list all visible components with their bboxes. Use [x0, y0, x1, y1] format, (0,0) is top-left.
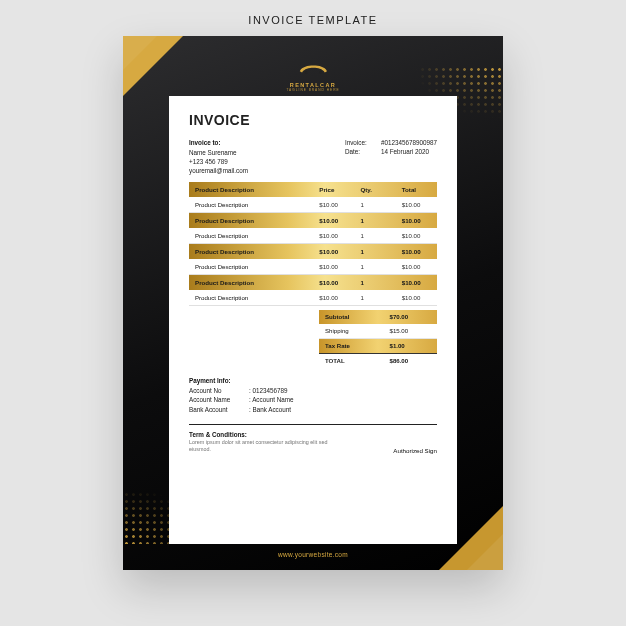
terms: Term & Conditions: Lorem ipsum dolor sit…: [189, 431, 339, 454]
cell-qty: 1: [355, 197, 396, 213]
cell-price: $10.00: [313, 197, 354, 213]
payment-bank-label: Bank Account: [189, 405, 245, 414]
cell-total: $10.00: [396, 228, 437, 244]
meta-invoice-number: #012345678900987: [381, 138, 437, 147]
brand-logo: RENTALCAR TAGLINE BRAND HERE: [286, 62, 339, 92]
invoice-to-label: Invoice to:: [189, 138, 248, 147]
cell-desc: Product Description: [189, 259, 313, 275]
invoice-meta: Invoice:#012345678900987 Date:14 Februar…: [345, 138, 437, 176]
table-row: Product Description$10.001$10.00: [189, 259, 437, 275]
svg-point-0: [304, 71, 307, 74]
brand-tagline: TAGLINE BRAND HERE: [286, 88, 339, 92]
meta-invoice-label: Invoice:: [345, 138, 375, 147]
cell-price: $10.00: [313, 290, 354, 306]
cell-desc: Product Description: [189, 228, 313, 244]
meta-block: Invoice to: Name Surename +123 456 789 y…: [189, 138, 437, 176]
summary-block: Subtotal$70.00 Shipping$15.00 Tax Rate$1…: [189, 310, 437, 368]
payment-name-value: : Account Name: [249, 395, 293, 404]
payment-name-label: Account Name: [189, 395, 245, 404]
corner-tl: [123, 36, 183, 96]
cell-price: $10.00: [313, 259, 354, 275]
invoice-to-phone: +123 456 789: [189, 157, 248, 166]
table-row: Product Description$10.001$10.00: [189, 290, 437, 306]
cell-total: $10.00: [396, 290, 437, 306]
svg-point-1: [319, 71, 322, 74]
subtotal-value: $70.00: [384, 310, 438, 324]
payment-account-label: Account No: [189, 386, 245, 395]
cell-qty: 1: [355, 259, 396, 275]
bottom-row: Term & Conditions: Lorem ipsum dolor sit…: [189, 431, 437, 454]
cell-qty: 1: [355, 228, 396, 244]
car-icon: [296, 62, 330, 76]
cell-total: $10.00: [396, 274, 437, 290]
meta-date-value: 14 Februari 2020: [381, 147, 429, 156]
invoice-title: INVOICE: [189, 112, 437, 128]
meta-date-label: Date:: [345, 147, 375, 156]
table-row: Product Description$10.001$10.00: [189, 243, 437, 259]
terms-label: Term & Conditions:: [189, 431, 339, 438]
cell-qty: 1: [355, 290, 396, 306]
page-caption: INVOICE TEMPLATE: [248, 14, 377, 26]
cell-total: $10.00: [396, 259, 437, 275]
cell-desc: Product Description: [189, 274, 313, 290]
shipping-value: $15.00: [384, 324, 438, 339]
cell-price: $10.00: [313, 212, 354, 228]
payment-account-value: : 0123456789: [249, 386, 288, 395]
payment-label: Payment Info:: [189, 376, 437, 385]
payment-bank-value: : Bank Account: [249, 405, 291, 414]
col-total: Total: [396, 182, 437, 197]
items-table: Product Description Price Qty. Total Pro…: [189, 182, 437, 306]
cell-price: $10.00: [313, 228, 354, 244]
table-row: Product Description$10.001$10.00: [189, 212, 437, 228]
subtotal-label: Subtotal: [319, 310, 384, 324]
cell-desc: Product Description: [189, 290, 313, 306]
table-header: Product Description Price Qty. Total: [189, 182, 437, 197]
cell-price: $10.00: [313, 243, 354, 259]
cell-desc: Product Description: [189, 243, 313, 259]
cell-desc: Product Description: [189, 197, 313, 213]
table-row: Product Description$10.001$10.00: [189, 228, 437, 244]
total-value: $86.00: [384, 353, 438, 368]
divider: [189, 424, 437, 425]
payment-info: Payment Info: Account No: 0123456789 Acc…: [189, 376, 437, 415]
invoice-to-name: Name Surename: [189, 148, 248, 157]
tax-label: Tax Rate: [319, 338, 384, 353]
authorized-sign: Authorized Sign: [393, 447, 437, 454]
cell-qty: 1: [355, 274, 396, 290]
total-label: TOTAL: [319, 353, 384, 368]
invoice-to-email: youremail@mail.com: [189, 166, 248, 175]
col-desc: Product Description: [189, 182, 313, 197]
invoice-to: Invoice to: Name Surename +123 456 789 y…: [189, 138, 248, 176]
cell-desc: Product Description: [189, 212, 313, 228]
website: www.yourwebsite.com: [278, 551, 348, 558]
table-row: Product Description$10.001$10.00: [189, 274, 437, 290]
invoice-page: RENTALCAR TAGLINE BRAND HERE INVOICE Inv…: [123, 36, 503, 570]
col-price: Price: [313, 182, 354, 197]
cell-total: $10.00: [396, 197, 437, 213]
tax-value: $1.00: [384, 338, 438, 353]
invoice-sheet: INVOICE Invoice to: Name Surename +123 4…: [169, 96, 457, 544]
shipping-label: Shipping: [319, 324, 384, 339]
cell-price: $10.00: [313, 274, 354, 290]
cell-qty: 1: [355, 212, 396, 228]
cell-total: $10.00: [396, 212, 437, 228]
cell-qty: 1: [355, 243, 396, 259]
cell-total: $10.00: [396, 243, 437, 259]
table-row: Product Description$10.001$10.00: [189, 197, 437, 213]
terms-text: Lorem ipsum dolor sit amet consectetur a…: [189, 439, 339, 454]
col-qty: Qty.: [355, 182, 396, 197]
